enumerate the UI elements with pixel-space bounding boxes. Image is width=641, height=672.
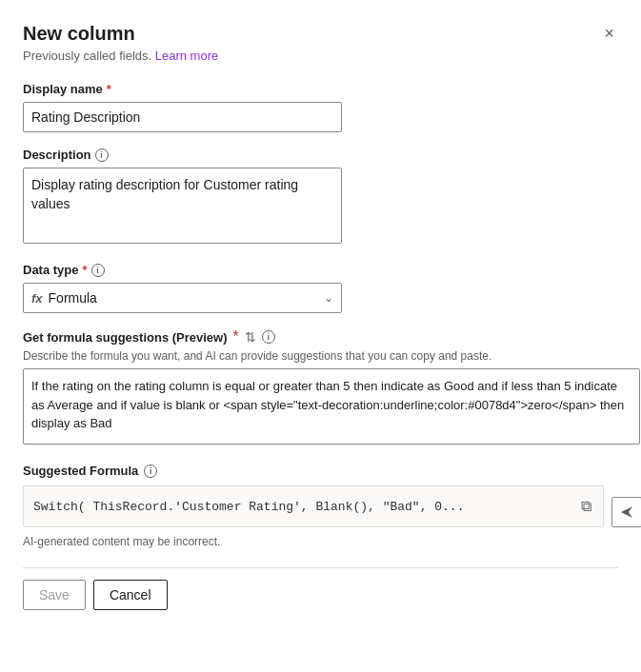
description-label: Description i xyxy=(23,148,618,162)
description-section: Description i Display rating description… xyxy=(23,148,618,247)
save-button[interactable]: Save xyxy=(23,580,86,610)
send-icon xyxy=(619,504,634,520)
fx-icon: fx xyxy=(31,291,43,306)
display-name-required: * xyxy=(107,82,111,96)
data-type-section: Data type * i fx Formula ⌄ xyxy=(23,263,618,313)
copy-icon: ⧉ xyxy=(581,498,591,514)
suggested-content: Suggested Formula i Switch( ThisRecord.'… xyxy=(23,464,604,527)
learn-more-link[interactable]: Learn more xyxy=(155,49,218,63)
suggested-formula-container: Suggested Formula i Switch( ThisRecord.'… xyxy=(23,464,618,548)
formula-suggestions-required: * xyxy=(233,328,239,346)
suggested-label-row: Suggested Formula i xyxy=(23,464,604,478)
formula-suggestions-info-icon: i xyxy=(262,330,275,344)
subtitle-text: Previously called fields. xyxy=(23,49,151,63)
close-button[interactable]: × xyxy=(600,23,618,44)
data-type-label-text: Data type xyxy=(23,263,79,277)
display-name-label: Display name * xyxy=(23,82,618,96)
chevron-down-icon: ⌄ xyxy=(324,291,333,305)
copy-formula-button[interactable]: ⧉ xyxy=(579,496,593,517)
ai-warning-text: AI-generated content may be incorrect. xyxy=(23,535,618,548)
cancel-button[interactable]: Cancel xyxy=(93,580,168,610)
suggested-section: Suggested Formula i Switch( ThisRecord.'… xyxy=(23,464,618,527)
dialog-header: New column × xyxy=(23,23,618,45)
formula-hint: Describe the formula you want, and AI ca… xyxy=(23,349,618,363)
formula-suggestions-section: Get formula suggestions (Preview) * ⇅ i … xyxy=(23,328,618,448)
data-type-dropdown[interactable]: fx Formula ⌄ xyxy=(23,283,342,313)
description-label-text: Description xyxy=(23,148,91,162)
suggested-formula-box: Switch( ThisRecord.'Customer Rating', Bl… xyxy=(23,485,604,527)
new-column-dialog: New column × Previously called fields. L… xyxy=(0,0,641,672)
display-name-label-text: Display name xyxy=(23,82,103,96)
suggested-formula-info-icon: i xyxy=(144,464,157,478)
suggested-formula-label: Suggested Formula xyxy=(23,464,138,478)
data-type-required: * xyxy=(83,263,88,277)
display-name-input[interactable] xyxy=(23,102,342,132)
data-type-value-text: Formula xyxy=(49,290,97,306)
formula-suggestions-label: Get formula suggestions (Preview) xyxy=(23,330,228,345)
data-type-label: Data type * i xyxy=(23,263,618,277)
data-type-info-icon: i xyxy=(91,264,105,277)
formula-text: Switch( ThisRecord.'Customer Rating', Bl… xyxy=(33,500,579,514)
dialog-title: New column xyxy=(23,23,135,45)
formula-label-row: Get formula suggestions (Preview) * ⇅ i xyxy=(23,328,618,346)
send-button[interactable] xyxy=(611,497,641,527)
formula-suggestions-input[interactable]: If the rating on the rating column is eq… xyxy=(23,368,640,445)
refresh-icon[interactable]: ⇅ xyxy=(245,329,256,345)
data-type-selected-value: fx Formula xyxy=(31,290,97,306)
dialog-subtitle: Previously called fields. Learn more xyxy=(23,49,618,63)
dialog-footer: Save Cancel xyxy=(23,567,618,610)
description-input[interactable]: Display rating description for Customer … xyxy=(23,168,342,244)
description-info-icon: i xyxy=(95,148,109,162)
display-name-section: Display name * xyxy=(23,82,618,132)
